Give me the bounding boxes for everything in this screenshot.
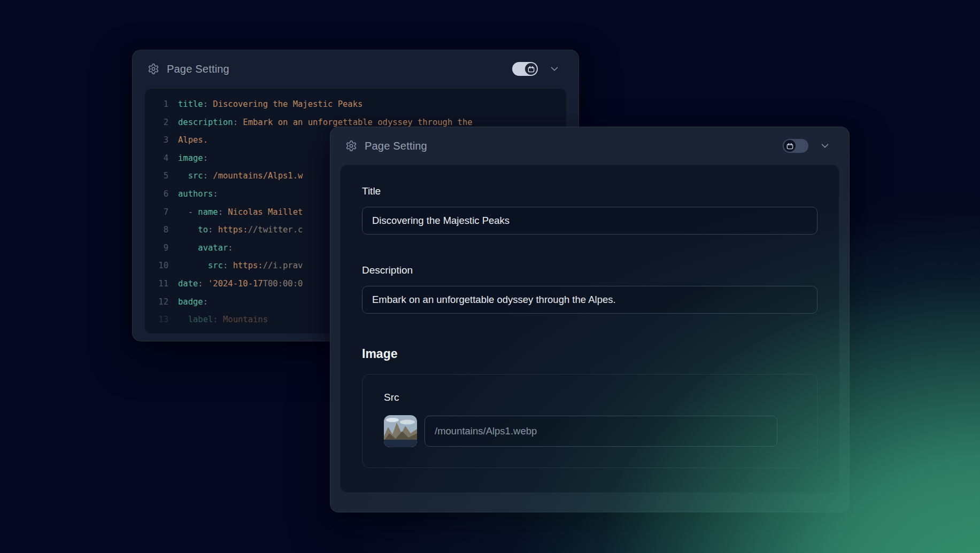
code-text: src: /mountains/Alps1.w	[168, 167, 303, 185]
line-number: 7	[145, 204, 168, 222]
panel-title: Page Setting	[167, 63, 229, 75]
chevron-down-icon[interactable]	[819, 140, 831, 152]
line-number: 2	[145, 114, 168, 132]
title-input[interactable]	[362, 207, 817, 235]
code-text: avatar:	[168, 239, 233, 258]
code-text: badge:	[168, 293, 208, 311]
page-background: Page Setting 1title: Discovering the Maj…	[0, 0, 980, 553]
image-thumbnail	[384, 415, 417, 447]
code-text: image:	[168, 150, 208, 168]
description-input[interactable]	[362, 286, 817, 314]
line-number: 9	[145, 239, 168, 258]
title-label: Title	[362, 185, 817, 197]
line-number: 10	[145, 257, 168, 275]
code-line: 1title: Discovering the Majestic Peaks	[145, 96, 566, 114]
panel-header: Page Setting	[330, 127, 849, 165]
line-number: 1	[145, 96, 168, 114]
code-text: to: https://twitter.c	[168, 221, 303, 239]
code-square-icon	[784, 140, 796, 152]
line-number: 4	[145, 150, 168, 168]
line-number: 11	[145, 275, 168, 293]
image-src-input[interactable]	[425, 416, 777, 447]
line-number: 12	[145, 293, 168, 311]
code-view-toggle[interactable]	[783, 139, 808, 153]
code-view-toggle[interactable]	[512, 62, 538, 76]
gear-icon	[148, 63, 159, 75]
code-text: authors:	[168, 185, 218, 204]
code-square-icon	[525, 63, 537, 75]
chevron-down-icon[interactable]	[549, 63, 560, 75]
code-text: label: Mountains	[168, 311, 268, 329]
line-number: 13	[145, 311, 168, 329]
src-label: Src	[384, 392, 796, 403]
image-card: Src	[362, 374, 817, 468]
line-number: 6	[145, 185, 168, 204]
line-number: 8	[145, 221, 168, 239]
code-text: src: https://i.prav	[168, 257, 303, 275]
code-text: date: '2024-10-17T00:00:0	[168, 275, 303, 293]
description-label: Description	[362, 264, 817, 276]
line-number: 5	[145, 167, 168, 185]
page-setting-panel-form: Page Setting Title Description	[330, 127, 850, 512]
code-text: Alpes.	[168, 131, 208, 150]
panel-header: Page Setting	[133, 50, 578, 88]
code-text: title: Discovering the Majestic Peaks	[168, 96, 362, 114]
image-section-heading: Image	[362, 347, 817, 361]
form-card: Title Description Image Src	[340, 165, 839, 493]
gear-icon	[345, 140, 357, 152]
line-number: 3	[145, 131, 168, 150]
panel-title: Page Setting	[365, 140, 427, 152]
code-text: - name: Nicolas Maillet	[168, 204, 303, 222]
